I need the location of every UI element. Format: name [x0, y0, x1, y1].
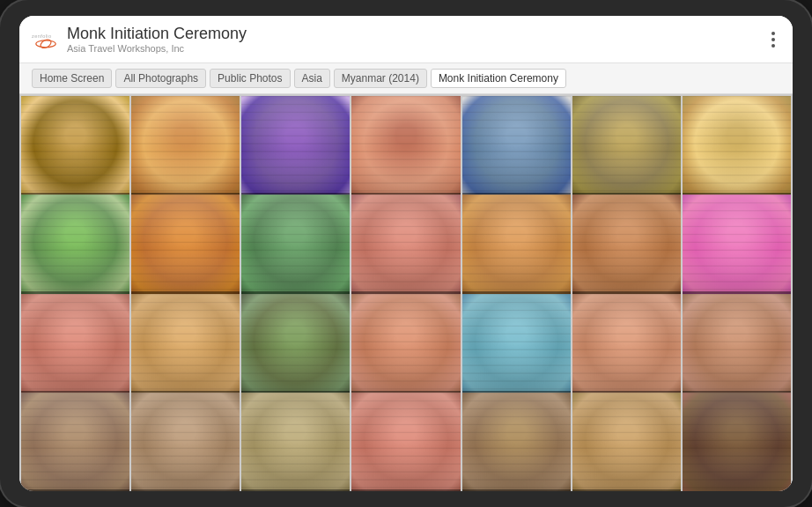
tablet-screen: zenfolio Monk Initiation Ceremony Asia T… — [19, 16, 793, 491]
breadcrumb-item[interactable]: All Photographs — [115, 69, 206, 88]
photo-thumbnail[interactable] — [683, 393, 791, 491]
photo-location-label: Bagan — [131, 489, 240, 491]
photo-image — [683, 195, 791, 303]
breadcrumb-item[interactable]: Myanmar (2014) — [334, 69, 427, 88]
photo-thumbnail[interactable]: Bagan — [241, 96, 350, 204]
photo-image — [572, 96, 681, 204]
photo-thumbnail[interactable]: Bagan — [131, 294, 240, 402]
photo-thumbnail[interactable]: Bagan — [462, 294, 571, 402]
photo-image — [21, 96, 129, 204]
photo-thumbnail[interactable]: Bagan — [241, 393, 350, 491]
more-options-button[interactable] — [766, 26, 780, 53]
photo-image — [241, 393, 350, 491]
photo-image — [131, 393, 240, 491]
app-header: zenfolio Monk Initiation Ceremony Asia T… — [19, 16, 793, 63]
photo-thumbnail[interactable]: Bagan — [131, 195, 240, 303]
photo-image — [241, 294, 350, 402]
photo-image — [351, 294, 460, 402]
page-subtitle: Asia Travel Workshops, Inc — [67, 43, 247, 54]
photo-thumbnail[interactable]: Bagan — [572, 195, 681, 303]
photo-location-label: Bagan — [21, 489, 129, 491]
photo-thumbnail[interactable]: Bagan — [131, 96, 240, 204]
photo-thumbnail[interactable]: Bagan — [351, 294, 460, 402]
zenfolio-logo: zenfolio — [32, 31, 60, 48]
breadcrumb-item[interactable]: Public Photos — [210, 69, 290, 88]
logo-area: zenfolio Monk Initiation Ceremony Asia T… — [32, 25, 766, 54]
photo-image — [462, 294, 571, 402]
photo-location-label: Bagan — [462, 489, 571, 491]
photo-thumbnail[interactable]: Bagan — [21, 294, 129, 402]
photo-image — [241, 96, 350, 204]
svg-text:zenfolio: zenfolio — [32, 33, 51, 39]
photo-image — [21, 393, 129, 491]
photo-grid: BaganBaganBaganBaganBaganBaganBaganBagan… — [19, 94, 793, 491]
photo-thumbnail[interactable]: Bagan — [131, 393, 240, 491]
photo-thumbnail[interactable]: Bagan — [462, 393, 571, 491]
dot-3 — [771, 44, 775, 48]
photo-image — [462, 195, 571, 303]
photo-location-label: Bagan — [351, 489, 460, 491]
photo-image — [683, 393, 791, 491]
photo-thumbnail[interactable]: Bagan — [351, 96, 460, 204]
photo-thumbnail[interactable]: Bagan — [683, 195, 791, 303]
breadcrumb-item[interactable]: Home Screen — [32, 69, 112, 88]
breadcrumb-item[interactable]: Monk Initiation Ceremony — [431, 69, 566, 88]
photo-thumbnail[interactable]: Bagan — [21, 195, 129, 303]
photo-thumbnail[interactable]: Bagan — [683, 294, 791, 402]
photo-thumbnail[interactable]: Bagan — [351, 195, 460, 303]
photo-image — [351, 195, 460, 303]
photo-thumbnail[interactable]: Bagan — [683, 96, 791, 204]
photo-location-label: Bagan — [572, 489, 681, 491]
photo-image — [572, 393, 681, 491]
photo-thumbnail[interactable]: Bagan — [21, 393, 129, 491]
svg-point-1 — [36, 40, 55, 47]
breadcrumb: Home ScreenAll PhotographsPublic PhotosA… — [19, 63, 793, 94]
photo-thumbnail[interactable]: Bagan — [462, 195, 571, 303]
photo-image — [572, 294, 681, 402]
photo-thumbnail[interactable]: Bagan — [241, 294, 350, 402]
photo-image — [21, 195, 129, 303]
photo-image — [131, 195, 240, 303]
photo-thumbnail[interactable]: Bagan — [572, 393, 681, 491]
photo-image — [683, 294, 791, 402]
photo-image — [462, 393, 571, 491]
dot-1 — [771, 32, 775, 35]
photo-image — [241, 195, 350, 303]
photo-thumbnail[interactable]: Bagan — [572, 294, 681, 402]
photo-thumbnail[interactable]: Bagan — [572, 96, 681, 204]
breadcrumb-item[interactable]: Asia — [294, 69, 330, 88]
photo-image — [351, 393, 460, 491]
photo-thumbnail[interactable]: Bagan — [241, 195, 350, 303]
photo-thumbnail[interactable]: Bagan — [351, 393, 460, 491]
photo-image — [131, 96, 240, 204]
photo-image — [351, 96, 460, 204]
photo-image — [131, 294, 240, 402]
photo-location-label: Bagan — [241, 489, 350, 491]
tablet-frame: zenfolio Monk Initiation Ceremony Asia T… — [0, 0, 812, 507]
dot-2 — [771, 38, 775, 41]
photo-image — [462, 96, 571, 204]
photo-image — [21, 294, 129, 402]
photo-image — [572, 195, 681, 303]
page-title: Monk Initiation Ceremony — [67, 25, 247, 43]
photo-thumbnail[interactable]: Bagan — [21, 96, 129, 204]
photo-thumbnail[interactable]: Bagan — [462, 96, 571, 204]
zenfolio-logo-icon: zenfolio — [32, 31, 60, 48]
photo-image — [683, 96, 791, 204]
header-title-area: Monk Initiation Ceremony Asia Travel Wor… — [67, 25, 247, 54]
